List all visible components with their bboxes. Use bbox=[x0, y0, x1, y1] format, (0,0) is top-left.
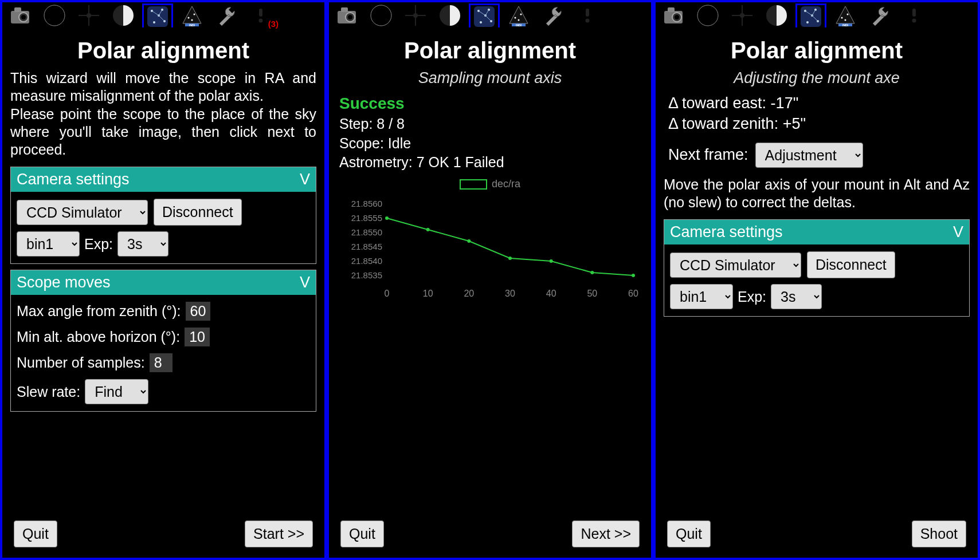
tabbar bbox=[329, 2, 651, 29]
disconnect-button[interactable]: Disconnect bbox=[154, 199, 242, 226]
status-block: Success Step: 8 / 8 Scope: Idle Astromet… bbox=[337, 93, 643, 172]
chevron-down-icon: V bbox=[953, 223, 963, 241]
alert-badge: (3) bbox=[268, 19, 279, 29]
slew-rate-select[interactable]: Find bbox=[85, 379, 148, 404]
camera-select[interactable]: CCD Simulator bbox=[17, 200, 148, 225]
exposure-select[interactable]: 3s bbox=[117, 231, 168, 257]
chevron-down-icon: V bbox=[300, 171, 310, 188]
max-angle-input[interactable]: 60 bbox=[186, 302, 211, 321]
exposure-select[interactable]: 3s bbox=[771, 284, 822, 309]
legend-swatch-icon bbox=[460, 179, 487, 190]
svg-point-47 bbox=[590, 271, 594, 274]
start-button[interactable]: Start >> bbox=[245, 520, 313, 547]
scope-moves-header[interactable]: Scope moves V bbox=[11, 270, 316, 295]
indi-icon bbox=[507, 4, 530, 27]
scope-moves-section: Scope moves V Max angle from zenith (°):… bbox=[10, 270, 316, 412]
tab-crosshair[interactable] bbox=[727, 3, 758, 27]
tab-tools[interactable] bbox=[864, 3, 895, 27]
pane-sampling: Polar alignment Sampling mount axis Succ… bbox=[327, 0, 653, 560]
tab-alerts[interactable] bbox=[899, 3, 930, 27]
crosshair-icon bbox=[77, 4, 100, 27]
next-button[interactable]: Next >> bbox=[572, 520, 640, 547]
constellation-icon bbox=[146, 5, 169, 28]
tab-polar-align[interactable] bbox=[142, 3, 173, 27]
tab-camera[interactable] bbox=[331, 3, 362, 27]
section-title: Camera settings bbox=[670, 223, 783, 241]
chart-svg: 21.856021.855521.855021.854521.854021.85… bbox=[340, 192, 640, 307]
tab-crosshair[interactable] bbox=[400, 3, 431, 27]
svg-text:50: 50 bbox=[587, 289, 597, 298]
tab-camera[interactable] bbox=[5, 3, 36, 27]
clock-icon bbox=[696, 4, 719, 27]
svg-text:40: 40 bbox=[546, 289, 556, 298]
disconnect-button[interactable]: Disconnect bbox=[807, 251, 895, 278]
svg-text:20: 20 bbox=[464, 289, 474, 298]
delta-zenith: Δ toward zenith: +5" bbox=[668, 113, 970, 134]
alert-icon bbox=[903, 4, 926, 27]
legend-label: dec/ra bbox=[492, 178, 520, 190]
tab-clock[interactable] bbox=[39, 3, 70, 27]
shoot-button[interactable]: Shoot bbox=[912, 520, 966, 547]
page-title: Polar alignment bbox=[10, 38, 316, 64]
exposure-label: Exp: bbox=[738, 289, 766, 305]
intro-text: This wizard will move the scope in RA an… bbox=[10, 69, 316, 159]
tab-phase[interactable] bbox=[108, 3, 139, 27]
next-frame-select[interactable]: Adjustment bbox=[755, 143, 863, 168]
samples-label: Number of samples: bbox=[17, 354, 145, 371]
svg-text:10: 10 bbox=[423, 289, 433, 298]
binning-select[interactable]: bin1 bbox=[17, 231, 80, 257]
tabbar bbox=[656, 2, 978, 29]
tab-alerts[interactable]: (3) bbox=[245, 3, 276, 27]
svg-point-48 bbox=[632, 274, 635, 277]
halfmoon-icon bbox=[112, 4, 135, 27]
quit-button[interactable]: Quit bbox=[14, 520, 57, 547]
crosshair-icon bbox=[731, 4, 754, 27]
quit-button[interactable]: Quit bbox=[667, 520, 711, 547]
camera-icon bbox=[335, 4, 358, 27]
tab-clock[interactable] bbox=[366, 3, 397, 27]
clock-icon bbox=[370, 4, 393, 27]
page-title: Polar alignment bbox=[337, 38, 643, 64]
tab-polar-align[interactable] bbox=[795, 3, 826, 27]
tab-indi[interactable] bbox=[503, 3, 534, 27]
min-alt-input[interactable]: 10 bbox=[185, 328, 210, 346]
status-scope: Scope: Idle bbox=[339, 134, 643, 153]
page-subtitle: Adjusting the mount axe bbox=[664, 69, 970, 87]
status-astrometry: Astrometry: 7 OK 1 Failed bbox=[339, 153, 643, 172]
tab-crosshair[interactable] bbox=[73, 3, 104, 27]
page-title: Polar alignment bbox=[664, 38, 970, 64]
tab-phase[interactable] bbox=[761, 3, 792, 27]
page-subtitle: Sampling mount axis bbox=[337, 69, 643, 87]
quit-button[interactable]: Quit bbox=[340, 520, 384, 547]
binning-select[interactable]: bin1 bbox=[670, 284, 733, 309]
tab-polar-align[interactable] bbox=[469, 3, 500, 27]
status-success: Success bbox=[339, 93, 643, 115]
camera-settings-header[interactable]: Camera settings V bbox=[664, 220, 969, 244]
constellation-icon bbox=[473, 5, 496, 28]
delta-east: Δ toward east: -17" bbox=[668, 93, 970, 113]
camera-settings-section: Camera settings V CCD Simulator Disconne… bbox=[10, 167, 316, 264]
tab-clock[interactable] bbox=[692, 3, 723, 27]
tab-phase[interactable] bbox=[434, 3, 465, 27]
halfmoon-icon bbox=[765, 4, 788, 27]
slew-rate-label: Slew rate: bbox=[17, 384, 80, 400]
status-step: Step: 8 / 8 bbox=[339, 115, 643, 134]
tab-indi[interactable] bbox=[177, 3, 207, 27]
chevron-down-icon: V bbox=[300, 274, 310, 291]
svg-text:0: 0 bbox=[385, 289, 390, 298]
camera-settings-header[interactable]: Camera settings V bbox=[11, 167, 316, 192]
camera-icon bbox=[9, 4, 32, 27]
camera-select[interactable]: CCD Simulator bbox=[670, 253, 801, 278]
min-alt-label: Min alt. above horizon (°): bbox=[17, 329, 180, 345]
halfmoon-icon bbox=[438, 4, 461, 27]
tab-alerts[interactable] bbox=[572, 3, 603, 27]
section-title: Camera settings bbox=[17, 171, 130, 188]
tab-indi[interactable] bbox=[830, 3, 861, 27]
samples-input[interactable]: 8 bbox=[150, 353, 173, 372]
next-frame-label: Next frame: bbox=[668, 146, 748, 164]
tab-camera[interactable] bbox=[658, 3, 689, 27]
camera-icon bbox=[662, 4, 685, 27]
svg-point-46 bbox=[550, 259, 553, 263]
tab-tools[interactable] bbox=[211, 3, 242, 27]
tab-tools[interactable] bbox=[538, 3, 569, 27]
